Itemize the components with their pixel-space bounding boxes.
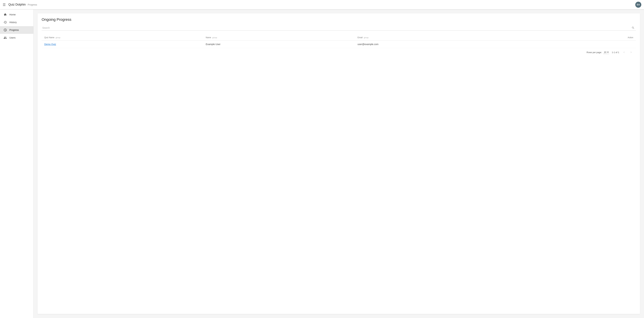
cell-name: Example User: [203, 40, 355, 48]
table-body: Demo Quiz Example User user@example.com: [42, 40, 636, 48]
sidebar-item-history[interactable]: History: [0, 18, 34, 26]
col-quiz-name: Quiz Name group: [42, 35, 203, 40]
home-icon: [3, 13, 7, 16]
menu-icon[interactable]: ☰: [3, 3, 6, 6]
chevron-left-icon: [622, 51, 626, 54]
rows-per-page-container: Rows per page: 10 25 50: [586, 51, 609, 54]
col-name-label: Name: [206, 36, 211, 39]
col-name: Name group: [203, 35, 355, 40]
progress-icon: [3, 28, 7, 32]
sidebar-label-home: Home: [10, 13, 16, 16]
table-header-row: Quiz Name group Name group Email group: [42, 35, 636, 40]
app-title: Quiz Dolphin: [8, 3, 26, 6]
rows-per-page-label: Rows per page:: [586, 51, 602, 54]
sidebar-item-progress[interactable]: Progress: [0, 26, 34, 34]
table-header: Quiz Name group Name group Email group: [42, 35, 636, 40]
page-info: 1-1 of 1: [612, 51, 619, 54]
history-icon: [3, 20, 7, 24]
col-name-group: group: [212, 36, 217, 38]
app-bar: ☰ Quiz Dolphin Progress EA: [0, 0, 644, 9]
sidebar-label-progress: Progress: [10, 29, 19, 31]
chevron-right-icon: [630, 51, 632, 54]
col-action-label: Action: [628, 36, 633, 39]
col-email: Email group: [355, 35, 553, 40]
next-page-button[interactable]: [629, 50, 633, 54]
progress-table: Quiz Name group Name group Email group: [42, 35, 636, 48]
layout: Home History Progress: [0, 9, 644, 318]
main-content: Ongoing Progress Quiz Name: [34, 9, 644, 318]
content-card: Ongoing Progress Quiz Name: [38, 13, 640, 314]
sidebar: Home History Progress: [0, 9, 34, 318]
rows-per-page-select[interactable]: 10 25 50: [603, 51, 609, 54]
search-container: [42, 25, 636, 31]
col-email-group: group: [364, 36, 368, 38]
col-quiz-name-label: Quiz Name: [44, 36, 54, 39]
quiz-name-link[interactable]: Demo Quiz: [44, 43, 56, 46]
search-icon: [632, 26, 634, 29]
cell-quiz-name: Demo Quiz: [42, 40, 203, 48]
prev-page-button[interactable]: [622, 50, 626, 54]
search-input[interactable]: [42, 25, 636, 30]
col-action: Action: [553, 35, 636, 40]
table-row: Demo Quiz Example User user@example.com: [42, 40, 636, 48]
app-subtitle: Progress: [28, 3, 37, 6]
sidebar-item-home[interactable]: Home: [0, 11, 34, 18]
col-quiz-name-group: group: [56, 36, 60, 38]
pagination: Rows per page: 10 25 50 1-1 of 1: [42, 48, 636, 55]
sidebar-label-users: Users: [10, 36, 16, 39]
cell-action: [553, 40, 636, 48]
sidebar-item-users[interactable]: Users: [0, 34, 34, 41]
page-title: Ongoing Progress: [42, 17, 636, 22]
cell-email: user@example.com: [355, 40, 553, 48]
search-button[interactable]: [631, 26, 635, 30]
sidebar-label-history: History: [10, 21, 17, 24]
table-wrapper: Quiz Name group Name group Email group: [42, 35, 636, 48]
users-icon: [3, 36, 7, 39]
col-email-label: Email: [358, 36, 362, 39]
user-avatar[interactable]: EA: [635, 2, 641, 8]
